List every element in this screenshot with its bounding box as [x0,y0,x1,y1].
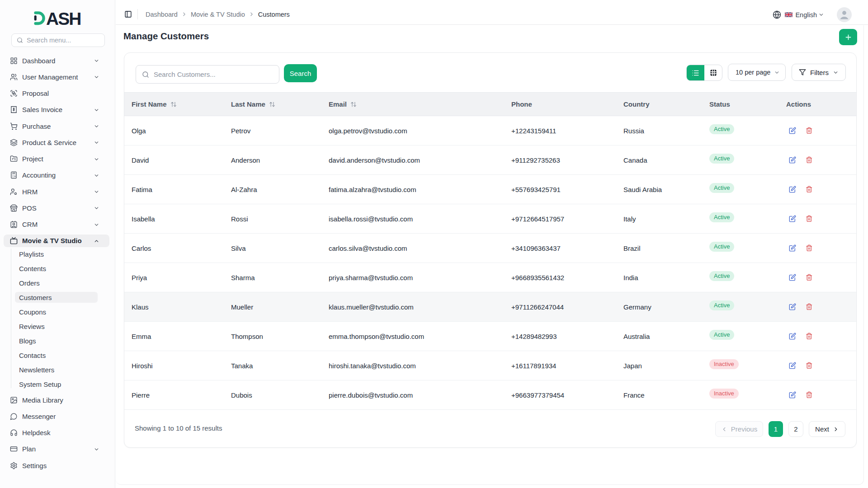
svg-text:ASH: ASH [46,9,80,27]
